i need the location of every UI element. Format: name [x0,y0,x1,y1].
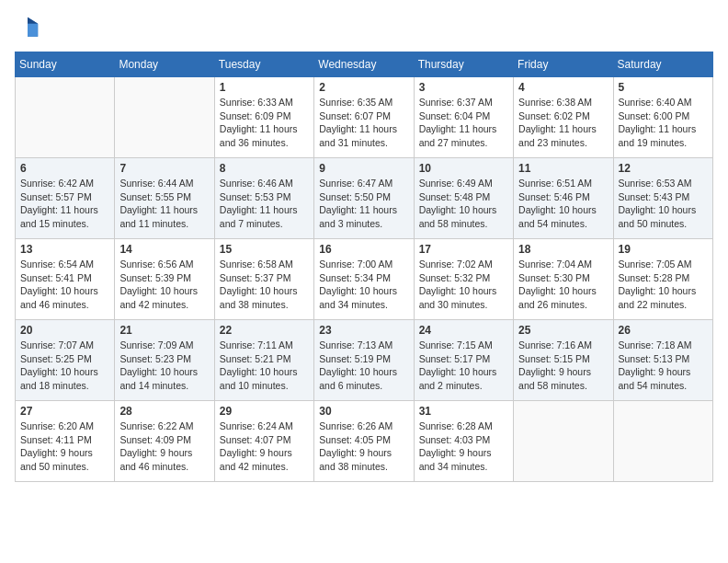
weekday-header: Wednesday [314,52,414,77]
calendar-week-row: 20Sunrise: 7:07 AMSunset: 5:25 PMDayligh… [16,320,713,401]
day-number: 13 [20,243,109,256]
day-number: 19 [619,243,708,256]
day-info: Sunrise: 7:00 AMSunset: 5:34 PMDaylight:… [319,258,408,312]
calendar-cell: 24Sunrise: 7:15 AMSunset: 5:17 PMDayligh… [414,320,513,401]
day-number: 21 [119,324,209,337]
day-info: Sunrise: 6:22 AMSunset: 4:09 PMDaylight:… [119,419,209,474]
calendar-cell [613,401,712,482]
day-number: 8 [220,162,309,175]
day-number: 3 [419,81,508,94]
calendar-week-row: 13Sunrise: 6:54 AMSunset: 5:41 PMDayligh… [16,239,713,320]
calendar-cell: 9Sunrise: 6:47 AMSunset: 5:50 PMDaylight… [314,158,414,239]
day-number: 26 [619,324,708,337]
calendar-week-row: 1Sunrise: 6:33 AMSunset: 6:09 PMDaylight… [16,77,713,158]
day-number: 11 [518,162,608,175]
calendar-cell: 4Sunrise: 6:38 AMSunset: 6:02 PMDaylight… [514,77,613,158]
calendar-cell: 29Sunrise: 6:24 AMSunset: 4:07 PMDayligh… [214,401,313,482]
day-info: Sunrise: 6:35 AMSunset: 6:07 PMDaylight:… [319,96,408,150]
day-info: Sunrise: 6:58 AMSunset: 5:37 PMDaylight:… [220,258,309,312]
calendar-cell: 16Sunrise: 7:00 AMSunset: 5:34 PMDayligh… [314,239,414,320]
calendar-cell: 27Sunrise: 6:20 AMSunset: 4:11 PMDayligh… [16,401,115,482]
calendar-cell: 19Sunrise: 7:05 AMSunset: 5:28 PMDayligh… [613,239,712,320]
day-info: Sunrise: 6:47 AMSunset: 5:50 PMDaylight:… [319,177,408,231]
day-info: Sunrise: 7:04 AMSunset: 5:30 PMDaylight:… [518,258,608,312]
day-info: Sunrise: 7:13 AMSunset: 5:19 PMDaylight:… [319,339,408,393]
calendar-cell: 5Sunrise: 6:40 AMSunset: 6:00 PMDaylight… [613,77,712,158]
day-number: 23 [319,324,408,337]
calendar-cell: 15Sunrise: 6:58 AMSunset: 5:37 PMDayligh… [214,239,313,320]
day-number: 31 [419,405,508,418]
calendar-cell: 13Sunrise: 6:54 AMSunset: 5:41 PMDayligh… [16,239,115,320]
day-number: 29 [220,405,309,418]
day-info: Sunrise: 6:20 AMSunset: 4:11 PMDaylight:… [20,419,109,474]
day-info: Sunrise: 7:05 AMSunset: 5:28 PMDaylight:… [619,258,708,312]
calendar-cell: 23Sunrise: 7:13 AMSunset: 5:19 PMDayligh… [314,320,414,401]
weekday-header: Sunday [16,52,115,77]
calendar-cell: 22Sunrise: 7:11 AMSunset: 5:21 PMDayligh… [214,320,313,401]
calendar-cell: 25Sunrise: 7:16 AMSunset: 5:15 PMDayligh… [514,320,613,401]
calendar-cell: 7Sunrise: 6:44 AMSunset: 5:55 PMDaylight… [115,158,214,239]
day-info: Sunrise: 6:46 AMSunset: 5:53 PMDaylight:… [220,177,309,231]
calendar-table: SundayMondayTuesdayWednesdayThursdayFrid… [15,52,713,482]
day-number: 20 [20,324,109,337]
day-info: Sunrise: 7:18 AMSunset: 5:13 PMDaylight:… [619,339,708,393]
day-number: 6 [20,162,109,175]
calendar-cell: 12Sunrise: 6:53 AMSunset: 5:43 PMDayligh… [613,158,712,239]
calendar-cell: 28Sunrise: 6:22 AMSunset: 4:09 PMDayligh… [115,401,214,482]
day-info: Sunrise: 6:38 AMSunset: 6:02 PMDaylight:… [518,96,608,150]
day-number: 4 [518,81,608,94]
day-number: 5 [619,81,708,94]
calendar-cell [16,77,115,158]
day-number: 27 [20,405,109,418]
day-number: 16 [319,243,408,256]
day-info: Sunrise: 6:33 AMSunset: 6:09 PMDaylight:… [220,96,309,150]
day-number: 1 [220,81,309,94]
calendar-week-row: 27Sunrise: 6:20 AMSunset: 4:11 PMDayligh… [16,401,713,482]
calendar-cell: 31Sunrise: 6:28 AMSunset: 4:03 PMDayligh… [414,401,513,482]
day-info: Sunrise: 6:42 AMSunset: 5:57 PMDaylight:… [20,177,109,231]
calendar-cell: 20Sunrise: 7:07 AMSunset: 5:25 PMDayligh… [16,320,115,401]
page-header [15,15,713,40]
logo [15,15,44,40]
calendar-cell: 1Sunrise: 6:33 AMSunset: 6:09 PMDaylight… [214,77,313,158]
calendar-header-row: SundayMondayTuesdayWednesdayThursdayFrid… [16,52,713,77]
day-info: Sunrise: 6:28 AMSunset: 4:03 PMDaylight:… [419,419,508,474]
day-number: 24 [419,324,508,337]
calendar-cell: 11Sunrise: 6:51 AMSunset: 5:46 PMDayligh… [514,158,613,239]
day-info: Sunrise: 6:37 AMSunset: 6:04 PMDaylight:… [419,96,508,150]
day-number: 9 [319,162,408,175]
day-number: 17 [419,243,508,256]
calendar-cell [514,401,613,482]
day-info: Sunrise: 6:40 AMSunset: 6:00 PMDaylight:… [619,96,708,150]
calendar-cell: 2Sunrise: 6:35 AMSunset: 6:07 PMDaylight… [314,77,414,158]
logo-icon [15,15,40,40]
weekday-header: Saturday [613,52,712,77]
day-info: Sunrise: 6:44 AMSunset: 5:55 PMDaylight:… [119,177,209,231]
day-number: 28 [119,405,209,418]
calendar-cell: 26Sunrise: 7:18 AMSunset: 5:13 PMDayligh… [613,320,712,401]
day-number: 12 [619,162,708,175]
day-info: Sunrise: 7:09 AMSunset: 5:23 PMDaylight:… [119,339,209,393]
day-number: 7 [119,162,209,175]
day-info: Sunrise: 7:16 AMSunset: 5:15 PMDaylight:… [518,339,608,393]
day-number: 30 [319,405,408,418]
calendar-cell [115,77,214,158]
weekday-header: Monday [115,52,214,77]
day-info: Sunrise: 7:11 AMSunset: 5:21 PMDaylight:… [220,339,309,393]
day-number: 18 [518,243,608,256]
day-info: Sunrise: 6:53 AMSunset: 5:43 PMDaylight:… [619,177,708,231]
calendar-cell: 14Sunrise: 6:56 AMSunset: 5:39 PMDayligh… [115,239,214,320]
day-number: 10 [419,162,508,175]
day-info: Sunrise: 7:15 AMSunset: 5:17 PMDaylight:… [419,339,508,393]
day-info: Sunrise: 6:54 AMSunset: 5:41 PMDaylight:… [20,258,109,312]
day-number: 2 [319,81,408,94]
day-info: Sunrise: 6:49 AMSunset: 5:48 PMDaylight:… [419,177,508,231]
day-info: Sunrise: 6:26 AMSunset: 4:05 PMDaylight:… [319,419,408,474]
day-info: Sunrise: 7:02 AMSunset: 5:32 PMDaylight:… [419,258,508,312]
day-number: 14 [119,243,209,256]
calendar-cell: 18Sunrise: 7:04 AMSunset: 5:30 PMDayligh… [514,239,613,320]
calendar-week-row: 6Sunrise: 6:42 AMSunset: 5:57 PMDaylight… [16,158,713,239]
weekday-header: Thursday [414,52,513,77]
calendar-cell: 17Sunrise: 7:02 AMSunset: 5:32 PMDayligh… [414,239,513,320]
weekday-header: Tuesday [214,52,313,77]
